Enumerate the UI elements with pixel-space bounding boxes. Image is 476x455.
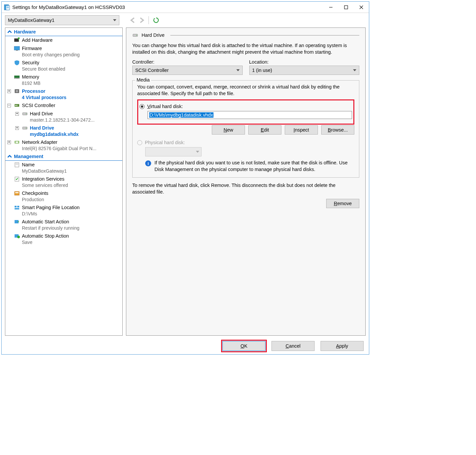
hardware-section-header[interactable]: Hardware <box>5 28 122 36</box>
vhd-radio[interactable] <box>140 104 145 109</box>
title-divider <box>170 35 359 35</box>
ok-button[interactable]: OK <box>222 341 266 351</box>
svg-rect-36 <box>17 206 19 207</box>
tree-autostop[interactable]: Automatic Stop Action Save <box>5 232 122 246</box>
svg-point-24 <box>26 114 27 114</box>
tree-security[interactable]: Security Secure Boot enabled <box>5 59 122 73</box>
collapse-box-icon[interactable]: − <box>7 104 11 107</box>
new-button[interactable]: New <box>212 125 245 135</box>
disk-icon <box>22 125 28 131</box>
refresh-button[interactable] <box>153 17 159 24</box>
tree-paging[interactable]: Smart Paging File Location D:\VMs <box>5 203 122 218</box>
nav-back-button[interactable] <box>130 17 136 23</box>
tree-memory[interactable]: Memory 8192 MB <box>5 73 122 87</box>
checkpoint-icon <box>14 191 20 196</box>
physical-disk-select <box>145 147 202 156</box>
close-button[interactable] <box>354 2 369 13</box>
physical-radio-label: Physical hard disk: <box>145 140 185 145</box>
pane-title-text: Hard Drive <box>142 32 164 38</box>
management-section-header[interactable]: Management <box>5 152 122 161</box>
media-fieldset: Media You can compact, convert, expand, … <box>132 80 359 178</box>
vhd-radio-label: Virtual hard disk: <box>147 104 183 109</box>
svg-rect-13 <box>14 76 20 78</box>
remove-button[interactable]: Remove <box>326 199 359 208</box>
tree-hd1[interactable]: + Hard Drive master.1.2.18252.1-304-2472… <box>5 110 122 124</box>
maximize-button[interactable] <box>338 2 354 13</box>
tree-hd1-sub: master.1.2.18252.1-304-2472... <box>22 117 122 123</box>
tree-name[interactable]: Name MyDataBoxGateway1 <box>5 161 122 175</box>
svg-point-22 <box>17 105 18 106</box>
tree-firmware-sub: Boot entry changes pending <box>14 52 122 58</box>
svg-rect-37 <box>15 208 19 209</box>
physical-radio <box>137 140 142 145</box>
vhd-path-input[interactable]: D:\VMs\mydbg1datadisk.vhdx <box>148 111 352 119</box>
tree-integration[interactable]: Integration Services Some services offer… <box>5 175 122 189</box>
tree-security-sub: Secure Boot enabled <box>14 66 122 72</box>
tree-scsi[interactable]: − SCSI Controller <box>5 101 122 110</box>
shield-icon <box>14 60 20 65</box>
disk-icon <box>132 32 138 38</box>
expand-icon[interactable]: + <box>7 141 11 144</box>
add-hardware-icon <box>14 37 20 43</box>
settings-tree[interactable]: Hardware Add Hardware Firmware Boot entr… <box>5 28 123 336</box>
edit-button[interactable]: Edit <box>248 125 281 135</box>
vm-selected-text: MyDataBoxGateway1 <box>8 18 54 23</box>
remove-description: To remove the virtual hard disk, click R… <box>132 182 359 195</box>
location-label: Location: <box>249 59 360 65</box>
svg-rect-17 <box>19 78 19 79</box>
svg-rect-28 <box>16 142 18 143</box>
inspect-button[interactable]: Inspect <box>285 125 318 135</box>
svg-rect-3 <box>7 8 9 8</box>
tree-checkpoints[interactable]: Checkpoints Production <box>5 189 122 203</box>
tree-autostart-sub: Restart if previously running <box>14 225 122 231</box>
svg-rect-14 <box>15 78 15 79</box>
vm-selector[interactable]: MyDataBoxGateway1 <box>5 15 119 25</box>
autostart-icon <box>14 219 20 224</box>
content-pane: Hard Drive You can change how this virtu… <box>126 28 366 336</box>
physical-info-text: If the physical hard disk you want to us… <box>154 160 354 173</box>
expand-icon[interactable]: + <box>15 112 19 116</box>
cancel-button[interactable]: Cancel <box>271 341 315 351</box>
svg-rect-16 <box>17 78 18 79</box>
app-icon <box>4 4 10 11</box>
media-description: You can compact, convert, expand, merge,… <box>137 84 354 97</box>
cpu-icon <box>14 88 20 94</box>
collapse-icon <box>7 154 12 159</box>
browse-button[interactable]: Browse... <box>321 125 354 135</box>
controller-label: Controller: <box>132 59 243 65</box>
info-icon: i <box>145 160 151 166</box>
apply-button[interactable]: Apply <box>321 341 364 351</box>
svg-point-26 <box>26 128 27 129</box>
network-icon <box>14 140 20 145</box>
window-title: Settings for MyDataBoxGateway1 on HCSSRV… <box>12 4 323 10</box>
tree-add-hardware[interactable]: Add Hardware <box>5 36 122 44</box>
titlebar: Settings for MyDataBoxGateway1 on HCSSRV… <box>2 2 369 13</box>
svg-rect-11 <box>14 46 20 50</box>
svg-rect-19 <box>16 90 18 92</box>
paging-icon <box>14 205 20 210</box>
svg-point-42 <box>136 35 137 35</box>
name-icon <box>14 162 20 167</box>
location-select[interactable]: 1 (in use) <box>249 66 360 75</box>
minimize-button[interactable] <box>323 2 338 13</box>
chevron-down-icon <box>196 151 199 153</box>
svg-rect-34 <box>15 192 19 193</box>
media-legend: Media <box>135 77 151 83</box>
tree-network[interactable]: + Network Adapter Intel(R) 82576 Gigabit… <box>5 138 122 152</box>
tree-processor[interactable]: + Processor 4 Virtual processors <box>5 87 122 101</box>
autostop-icon <box>14 233 20 239</box>
chevron-down-icon <box>113 19 116 21</box>
expand-icon[interactable]: + <box>15 126 19 130</box>
controller-select[interactable]: SCSI Controller <box>132 66 243 75</box>
nav-forward-button[interactable] <box>139 17 145 23</box>
svg-point-21 <box>15 105 16 106</box>
tree-firmware[interactable]: Firmware Boot entry changes pending <box>5 44 122 59</box>
disk-icon <box>22 111 28 116</box>
tree-memory-sub: 8192 MB <box>14 80 122 86</box>
expand-icon[interactable]: + <box>7 89 11 93</box>
tree-autostart[interactable]: Automatic Start Action Restart if previo… <box>5 218 122 232</box>
controller-icon <box>14 103 20 108</box>
chevron-down-icon <box>236 69 240 71</box>
tree-hd2[interactable]: + Hard Drive mydbg1datadisk.vhdx <box>5 124 122 138</box>
chevron-down-icon <box>353 69 356 71</box>
